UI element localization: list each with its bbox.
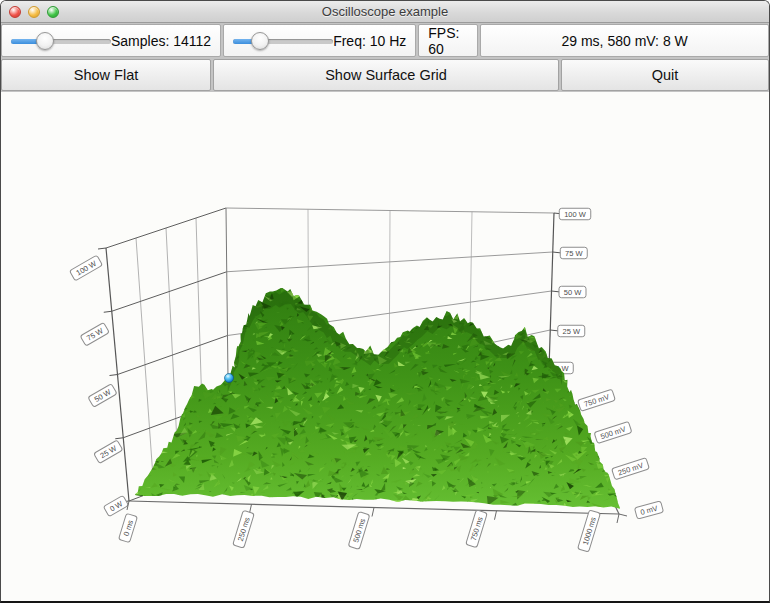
fps-label: FPS: 60 [428, 25, 468, 57]
svg-text:75 W: 75 W [565, 249, 583, 258]
show-surface-grid-button[interactable]: Show Surface Grid [213, 59, 559, 91]
button-toolbar: Show Flat Show Surface Grid Quit [1, 58, 769, 92]
surface-plot[interactable]: 250 mV500 mV750 mV0 W100 W75 W50 W25 W0 … [1, 92, 769, 601]
freq-slider[interactable] [233, 31, 333, 51]
samples-slider-thumb[interactable] [36, 32, 54, 50]
title-bar[interactable]: Oscilloscope example [1, 1, 769, 23]
app-window: Oscilloscope example Samples: 14112 Freq… [0, 0, 770, 603]
svg-text:100 W: 100 W [564, 210, 587, 219]
tracer-readout: 29 ms, 580 mV: 8 W [561, 33, 687, 49]
svg-text:50 W: 50 W [564, 288, 582, 297]
samples-label: Samples: 14112 [111, 33, 211, 49]
show-flat-button[interactable]: Show Flat [1, 59, 211, 91]
freq-section: Freq: 10 Hz [223, 24, 416, 57]
tracer-ball [225, 374, 234, 383]
readout-section: 29 ms, 580 mV: 8 W [480, 24, 769, 57]
fps-section: FPS: 60 [418, 24, 478, 57]
samples-slider[interactable] [11, 31, 111, 51]
surface-plot-canvas[interactable]: 250 mV500 mV750 mV0 W100 W75 W50 W25 W0 … [1, 92, 770, 601]
control-toolbar: Samples: 14112 Freq: 10 Hz FPS: 60 29 ms… [1, 23, 769, 58]
svg-text:25 W: 25 W [562, 327, 580, 336]
quit-button[interactable]: Quit [561, 59, 769, 91]
freq-label: Freq: 10 Hz [333, 33, 406, 49]
freq-slider-thumb[interactable] [251, 32, 269, 50]
window-title: Oscilloscope example [1, 4, 769, 19]
samples-section: Samples: 14112 [1, 24, 221, 57]
